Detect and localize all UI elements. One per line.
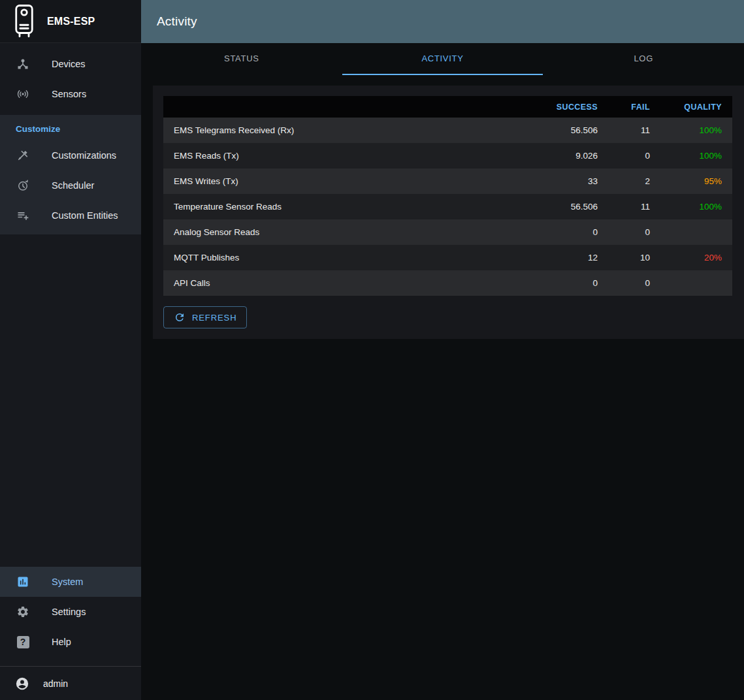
sidebar-item-label: Custom Entities <box>52 210 118 221</box>
account-circle-icon <box>15 676 29 691</box>
row-fail-value: 0 <box>608 143 660 168</box>
sidebar-header: EMS-ESP <box>0 0 141 43</box>
row-metric-label: Temperature Sensor Reads <box>163 194 530 219</box>
user-label: admin <box>43 678 68 689</box>
refresh-button-label: REFRESH <box>192 313 236 323</box>
tab-status[interactable]: STATUS <box>141 43 342 75</box>
col-header-quality: QUALITY <box>660 96 732 118</box>
activity-table-body: EMS Telegrams Received (Rx) 56.506 11 10… <box>163 118 732 296</box>
sidebar-item-system[interactable]: System <box>0 567 141 597</box>
row-fail-value: 10 <box>608 245 660 270</box>
row-quality-value: 95% <box>660 168 732 194</box>
tab-activity[interactable]: ACTIVITY <box>342 43 543 75</box>
row-fail-value: 11 <box>608 118 660 143</box>
table-row: EMS Writes (Tx) 33 2 95% <box>163 168 732 194</box>
sidebar-item-label: Sensors <box>52 89 86 99</box>
row-success-value: 0 <box>530 270 608 296</box>
col-header-success: SUCCESS <box>530 96 608 118</box>
row-success-value: 56.506 <box>530 118 608 143</box>
sidebar-item-label: Customizations <box>52 150 116 161</box>
sidebar-item-settings[interactable]: Settings <box>0 597 141 627</box>
table-row: Temperature Sensor Reads 56.506 11 100% <box>163 194 732 219</box>
row-fail-value: 0 <box>608 219 660 245</box>
sidebar-item-scheduler[interactable]: Scheduler <box>0 170 141 200</box>
page-title: Activity <box>157 14 197 29</box>
row-success-value: 0 <box>530 219 608 245</box>
row-metric-label: EMS Reads (Tx) <box>163 143 530 168</box>
sidebar-item-custom-entities[interactable]: Custom Entities <box>0 200 141 231</box>
row-quality-value: 20% <box>660 245 732 270</box>
sidebar-nav-top: Devices Sensors <box>0 43 141 109</box>
row-quality-value <box>660 270 732 296</box>
sidebar-item-label: Settings <box>52 607 86 617</box>
row-fail-value: 11 <box>608 194 660 219</box>
refresh-button[interactable]: REFRESH <box>163 306 247 328</box>
row-success-value: 9.026 <box>530 143 608 168</box>
help-glyph: ? <box>17 636 29 648</box>
row-quality-value: 100% <box>660 194 732 219</box>
tab-bar: STATUS ACTIVITY LOG <box>141 43 744 75</box>
row-quality-value: 100% <box>660 143 732 168</box>
sidebar-item-label: Devices <box>52 59 86 69</box>
tab-log[interactable]: LOG <box>543 43 744 75</box>
topbar: Activity <box>141 0 744 43</box>
sidebar-item-label: Scheduler <box>52 180 94 191</box>
activity-table: SUCCESS FAIL QUALITY EMS Telegrams Recei… <box>163 96 732 296</box>
table-row: MQTT Publishes 12 10 20% <box>163 245 732 270</box>
row-success-value: 33 <box>530 168 608 194</box>
sidebar-spacer <box>0 234 141 567</box>
app-title: EMS-ESP <box>47 16 95 27</box>
row-metric-label: Analog Sensor Reads <box>163 219 530 245</box>
customize-section-header: Customize <box>0 115 141 140</box>
sidebar-item-label: System <box>52 577 83 587</box>
app-root: EMS-ESP Devices Sensors Customize <box>0 0 744 700</box>
table-row: EMS Reads (Tx) 9.026 0 100% <box>163 143 732 168</box>
row-quality-value: 100% <box>660 118 732 143</box>
table-row: EMS Telegrams Received (Rx) 56.506 11 10… <box>163 118 732 143</box>
main-area: Activity STATUS ACTIVITY LOG SUCCESS FAI… <box>141 0 744 700</box>
scheduler-clock-icon <box>16 179 29 192</box>
help-icon: ? <box>16 635 29 648</box>
col-header-fail: FAIL <box>608 96 660 118</box>
row-fail-value: 2 <box>608 168 660 194</box>
row-success-value: 56.506 <box>530 194 608 219</box>
sensors-icon <box>16 88 29 101</box>
bar-chart-icon <box>16 575 29 588</box>
sidebar: EMS-ESP Devices Sensors Customize <box>0 0 141 700</box>
ems-esp-logo-icon <box>10 7 38 37</box>
table-row: API Calls 0 0 <box>163 270 732 296</box>
table-header-row: SUCCESS FAIL QUALITY <box>163 96 732 118</box>
sidebar-item-devices[interactable]: Devices <box>0 49 141 79</box>
sidebar-user-admin[interactable]: admin <box>0 667 141 700</box>
sidebar-item-label: Help <box>52 637 71 647</box>
sidebar-item-customizations[interactable]: Customizations <box>0 140 141 170</box>
sidebar-customize-section: Customize Customizations Schedu <box>0 115 141 234</box>
row-metric-label: EMS Telegrams Received (Rx) <box>163 118 530 143</box>
row-success-value: 12 <box>530 245 608 270</box>
row-metric-label: MQTT Publishes <box>163 245 530 270</box>
row-quality-value <box>660 219 732 245</box>
sidebar-nav-bottom: System Settings ? Help <box>0 567 141 657</box>
row-metric-label: EMS Writes (Tx) <box>163 168 530 194</box>
table-row: Analog Sensor Reads 0 0 <box>163 219 732 245</box>
col-header-metric <box>163 96 530 118</box>
activity-card: SUCCESS FAIL QUALITY EMS Telegrams Recei… <box>153 86 744 339</box>
sidebar-item-sensors[interactable]: Sensors <box>0 79 141 109</box>
device-hub-icon <box>16 57 29 71</box>
playlist-add-icon <box>16 209 29 222</box>
sidebar-item-help[interactable]: ? Help <box>0 627 141 657</box>
row-fail-value: 0 <box>608 270 660 296</box>
tools-icon <box>16 149 29 162</box>
refresh-icon <box>174 311 186 323</box>
gear-icon <box>16 605 29 618</box>
row-metric-label: API Calls <box>163 270 530 296</box>
